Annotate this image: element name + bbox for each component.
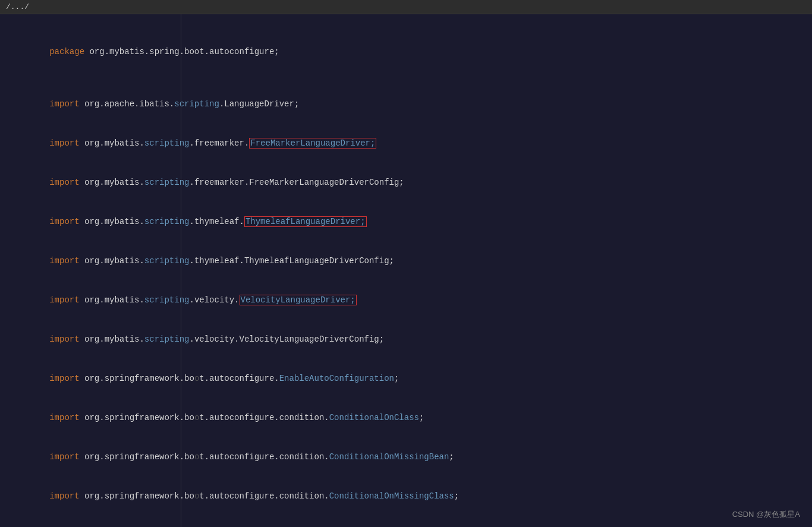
- class-name: FreeMarkerLanguageDriver;: [250, 138, 375, 148]
- code-text: org.mybatis.: [84, 178, 144, 187]
- code-line: import org.springframework.boot.autoconf…: [0, 398, 812, 437]
- code-text: ;: [454, 491, 459, 501]
- code-line: package org.mybatis.spring.boot.autoconf…: [0, 32, 812, 71]
- code-text: scripting: [144, 217, 190, 226]
- code-text: org.mybatis.: [84, 295, 144, 305]
- class-name: ConditionalOnMissingBean: [329, 452, 449, 462]
- code-text: org.mybatis.spring.boot.autoconfigure;: [89, 47, 279, 56]
- code-container: /.../ package org.mybatis.spring.boot.au…: [0, 0, 812, 527]
- keyword: import: [49, 334, 84, 344]
- code-text: ;: [449, 452, 454, 462]
- class-name: ConditionalOnMissingClass: [329, 491, 454, 501]
- code-text: .freemarker.: [189, 138, 249, 148]
- code-text: org.springframework.bo: [84, 452, 194, 462]
- code-line: import org.mybatis.scripting.velocity.Ve…: [0, 280, 812, 320]
- code-line: [0, 71, 812, 84]
- code-text: scripting: [144, 178, 190, 187]
- keyword: import: [49, 99, 84, 109]
- vertical-line: [181, 14, 181, 527]
- code-line: import org.mybatis.scripting.thymeleaf.T…: [0, 241, 812, 280]
- code-area: package org.mybatis.spring.boot.autoconf…: [0, 14, 812, 527]
- code-text: scripting: [144, 256, 190, 266]
- keyword: import: [49, 374, 84, 383]
- code-text: org.apache.ibatis.: [84, 99, 174, 109]
- highlight-freemarker: FreeMarkerLanguageDriver;: [249, 138, 376, 149]
- breadcrumb-text: /.../: [6, 2, 29, 11]
- code-text: org.mybatis.: [84, 256, 144, 266]
- code-line: import org.mybatis.scripting.velocity.Ve…: [0, 320, 812, 359]
- code-text: .thymeleaf.: [189, 217, 244, 226]
- code-text: t.autoconfigure.: [199, 374, 279, 383]
- watermark: CSDN @灰色孤星A: [732, 509, 800, 520]
- code-text: org.springframework.bo: [84, 374, 194, 383]
- watermark-text: CSDN @灰色孤星A: [732, 510, 800, 519]
- code-text: t.autoconfigure.condition.: [199, 452, 329, 462]
- code-text: ;: [394, 374, 399, 383]
- code-text: scripting: [144, 138, 190, 148]
- code-line: import org.springframework.boot.autoconf…: [0, 437, 812, 476]
- keyword: import: [49, 413, 84, 422]
- keyword: import: [49, 295, 84, 305]
- code-line: import org.springframework.boot.context.…: [0, 516, 812, 527]
- code-text: .thymeleaf.ThymeleafLanguageDriverConfig…: [189, 256, 394, 266]
- code-text: org.mybatis.: [84, 138, 144, 148]
- keyword: import: [49, 491, 84, 501]
- code-text: t.autoconfigure.condition.: [199, 491, 329, 501]
- code-text: org.mybatis.: [84, 334, 144, 344]
- code-text: org.springframework.bo: [84, 413, 194, 422]
- code-text: org.springframework.bo: [84, 491, 194, 501]
- code-text: t.autoconfigure.condition.: [199, 413, 329, 422]
- code-text: scripting: [144, 295, 190, 305]
- code-text: scripting: [144, 334, 190, 344]
- keyword: import: [49, 452, 84, 462]
- code-line: import org.mybatis.scripting.freemarker.…: [0, 124, 812, 163]
- keyword: import: [49, 256, 84, 266]
- keyword: import: [49, 178, 84, 187]
- code-text: .LanguageDriver;: [219, 99, 299, 109]
- keyword: import: [49, 217, 84, 226]
- code-text: ;: [419, 413, 424, 422]
- highlight-velocity: VelocityLanguageDriver;: [240, 295, 357, 305]
- code-line: import org.mybatis.scripting.freemarker.…: [0, 163, 812, 202]
- class-name: ConditionalOnClass: [329, 413, 419, 422]
- code-text: .velocity.VelocityLanguageDriverConfig;: [189, 334, 384, 344]
- code-line: import org.apache.ibatis.scripting.Langu…: [0, 84, 812, 124]
- code-text: org.mybatis.: [84, 217, 144, 226]
- breadcrumb: /.../: [0, 0, 812, 14]
- keyword: import: [49, 138, 84, 148]
- class-name: VelocityLanguageDriver;: [241, 295, 355, 305]
- code-line: import org.springframework.boot.autoconf…: [0, 359, 812, 398]
- code-line: [0, 19, 812, 32]
- class-name: ThymeleafLanguageDriver;: [246, 217, 366, 226]
- code-line: import org.mybatis.scripting.thymeleaf.T…: [0, 202, 812, 241]
- highlight-thymeleaf: ThymeleafLanguageDriver;: [244, 216, 367, 227]
- code-text: .freemarker.FreeMarkerLanguageDriverConf…: [189, 178, 404, 187]
- code-text: .velocity.: [189, 295, 239, 305]
- keyword: package: [49, 47, 89, 56]
- class-name: EnableAutoConfiguration: [279, 374, 394, 383]
- code-line: import org.springframework.boot.autoconf…: [0, 476, 812, 516]
